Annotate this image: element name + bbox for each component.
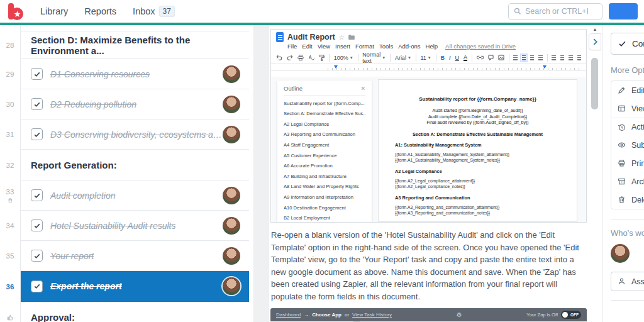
checkbox[interactable] [31,250,43,262]
section-heading: Approval: [31,312,75,322]
options-menu: Edit W View Activ [611,80,644,209]
line-spacing-icon [552,55,555,60]
gdoc-canvas: Outline ✕ Sustainability report for {{fo… [271,77,586,222]
gdoc-embed[interactable]: Audit Report ☆ File Edit View Insert For… [270,29,587,223]
task-label: Export the report [50,281,122,291]
checkbox[interactable] [31,68,43,80]
task-row-d2[interactable]: 30 D2 Reducing pollution [0,89,249,119]
doc-line: Final audit reviewed by {{form.Audit_sig… [395,119,560,126]
checkbox[interactable] [31,128,43,140]
scroll-up-arrow[interactable]: ▲ [588,27,602,31]
outline-item: A5 Customer Experience [284,153,365,158]
search-input[interactable] [525,7,588,16]
task-instructions: Re-open a blank version of the 'Hotel Su… [269,223,588,303]
text-color-button: A [464,55,467,61]
doc-line: {{form.A3_Reporting_and_communication_at… [395,204,560,211]
eye-icon [618,141,626,149]
zap-status-label: Your Zap is Off [526,312,558,318]
print-button[interactable]: Print [611,154,644,172]
search-box[interactable] [508,3,602,20]
delete-button[interactable]: Delet [611,191,644,209]
gdoc-menu-format: Format [355,43,374,50]
archive-button[interactable]: Archi [611,172,644,191]
task-row-audit-results[interactable]: 34 Hotel Sustainability Audit results [0,211,249,241]
assign-button[interactable]: Assig [611,272,644,291]
outline-item: B2 Local Employment [284,215,365,221]
task-label: D1 Conserving resources [50,69,150,79]
nav-reports[interactable]: Reports [84,6,116,16]
bulleted-list-icon [569,55,572,60]
outline-item: A3 Reporting and Communication [284,131,365,137]
search-icon [514,8,521,15]
doc-line: A4 Staff Engagement [395,221,560,223]
assignee-avatar [223,277,240,295]
checkbox[interactable] [31,189,43,201]
working-user-avatar [611,244,630,263]
font-size-select: 11▼ [420,55,431,61]
outline-item: Sustainability report for {{form.Comp... [284,101,365,106]
checklist-scrollbar-track[interactable] [249,25,254,322]
task-row-audit-completion[interactable]: 33 Audit completion [0,180,249,211]
task-row-export-report-selected[interactable]: 36 Export the report [0,271,249,302]
outline-item: A6 Accurate Promotion [284,163,365,169]
redo-icon [287,55,293,60]
outline-item: A2 Legal Compliance [284,121,365,127]
task-row-your-report[interactable]: 35 Your report [0,241,249,271]
task-label: Audit completion [50,191,116,201]
gdoc-menu-help: Help [426,43,438,50]
logo-bowl [11,8,23,20]
doc-line: Sustainability report for {{form.Company… [395,96,560,102]
checkbox[interactable] [31,219,43,231]
outline-title: Outline [284,85,303,92]
close-icon: ✕ [360,86,365,92]
doc-line: {{form.A1_Sustainability_Management_Syst… [395,157,560,164]
task-content-pane: Audit Report ☆ File Edit View Insert For… [269,25,588,322]
check-icon [618,40,626,48]
underline-button: U [455,55,459,61]
doc-line: Audit started {{form.Beginning_date_of_a… [395,108,560,114]
doc-line: A2 Legal Compliance [395,169,560,174]
brand-logo[interactable] [8,3,24,20]
checkbox[interactable] [31,280,43,292]
zapier-task-history-link: View Task History [352,312,392,318]
edit-workflow-button[interactable]: Edit W [611,81,644,99]
gear-icon: ⚙ [457,311,462,318]
nav-inbox[interactable]: Inbox 37 [133,6,175,17]
checkbox[interactable] [31,98,43,110]
activity-button[interactable]: Activ [611,118,644,136]
zoom-select: 100%▼ [334,55,353,61]
align-left-icon [513,55,517,60]
whos-working-heading: Who's wor [611,228,644,238]
gdoc-menu-addons: Add-ons [398,43,420,50]
align-right-icon [530,55,534,60]
task-row-section-d[interactable]: 28 Section D: Maximize Benefits to the E… [0,31,249,59]
printer-icon [618,159,626,167]
subscribe-button[interactable]: Subs [611,136,644,154]
complete-task-button[interactable]: Comp [611,33,644,55]
collapse-panel-button[interactable] [589,33,601,50]
scrollbar-thumb[interactable] [591,58,598,109]
assignee-avatar [223,126,240,143]
doc-line: A1: Sustainability Management System [395,142,560,148]
task-row-report-generation[interactable]: 32 Report Generation: [0,150,249,180]
bold-button: B [440,55,445,61]
view-button[interactable]: View [611,99,644,118]
star-icon [14,11,21,18]
nav-library[interactable]: Library [40,6,68,16]
gdoc-ruler [271,64,586,71]
outline-item: A9 Information and Interpretation [284,194,365,200]
gdoc-menu-tools: Tools [379,43,393,50]
outline-item: A8 Land Water and Property Rights [284,184,365,189]
font-select: Arial▼ [395,55,411,61]
edge-action-button[interactable] [609,3,638,19]
top-nav: Library Reports Inbox 37 [0,0,644,23]
task-row-d3[interactable]: 31 D3 Conserving biodiversity, ecosystem… [0,119,249,150]
task-row-approval[interactable]: Approval: [0,302,249,322]
spellcheck-icon [308,55,314,61]
task-row-d1[interactable]: 29 D1 Conserving resources [0,59,249,89]
divider [611,219,644,219]
person-icon [618,277,626,286]
task-label: Your report [50,251,94,261]
inbox-count-badge: 37 [159,6,175,17]
section-heading: Report Generation: [31,160,117,170]
